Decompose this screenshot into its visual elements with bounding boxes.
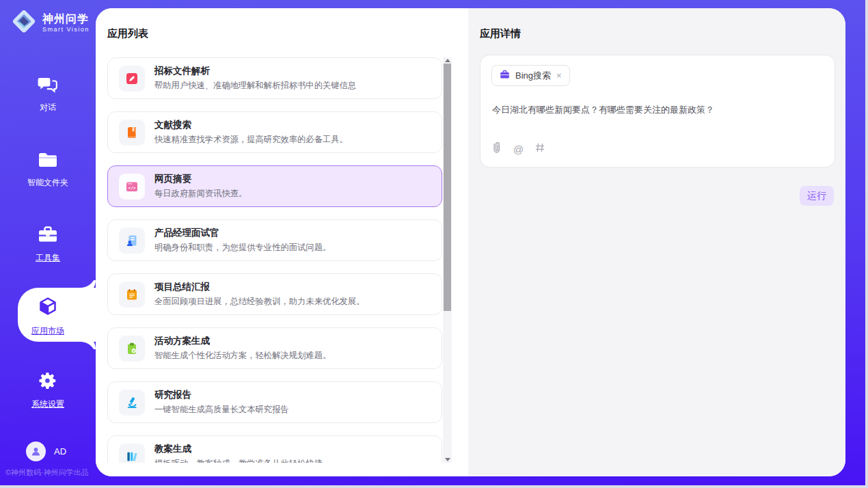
hash-icon[interactable] [535,143,545,155]
app-card-research-report[interactable]: 研究报告 一键智能生成高质量长文本研究报告 [107,381,442,423]
diamond-logo-icon [11,8,37,38]
close-icon[interactable]: × [556,71,562,80]
sidebar-item-label: 智能文件夹 [27,177,68,189]
sidebar-item-chat[interactable]: 对话 [0,74,96,113]
brand-name: 神州问学 [42,13,90,25]
sidebar-item-toolset[interactable]: 工具集 [0,224,96,264]
app-card-event-plan[interactable]: 活动方案生成 智能生成个性化活动方案，轻松解决规划难题。 [107,327,442,369]
gear-icon [38,370,58,394]
app-card-title: 文献搜索 [154,119,348,131]
app-card-web-summary[interactable]: </> 网页摘要 每日政府新闻资讯快查。 [107,165,442,207]
microscope-icon [119,390,145,416]
app-card-title: 活动方案生成 [154,335,331,347]
app-card-desc: 帮助用户快速、准确地理解和解析招标书中的关键信息 [154,80,356,92]
tool-tag-label: Bing搜索 [515,70,551,82]
sidebar: 神州问学 Smart Vision 对话 智能文件夹 [0,0,96,485]
brand-subtitle: Smart Vision [42,27,90,33]
sidebar-item-label: 对话 [40,102,56,113]
app-card-desc: 全面回顾项目进展，总结经验教训，助力未来优化发展。 [154,296,364,308]
app-card-project-summary[interactable]: 项目总结汇报 全面回顾项目进展，总结经验教训，助力未来优化发展。 [107,273,442,315]
copyright-text: ©神州数码·神州问学出品 [5,467,96,478]
app-card-desc: 每日政府新闻资讯快查。 [154,188,247,200]
mention-icon[interactable]: @ [513,144,524,155]
tool-tag-bing-search[interactable]: Bing搜索 × [491,65,570,86]
chat-icon [37,74,59,97]
app-detail-title: 应用详情 [480,27,521,40]
user-initials: AD [54,446,66,457]
sidebar-item-label: 工具集 [36,252,60,264]
folder-icon [37,150,59,172]
app-card-bid-parse[interactable]: 招标文件解析 帮助用户快速、准确地理解和解析招标书中的关键信息 [107,57,442,99]
cube-icon [37,296,59,321]
books-icon [119,444,145,463]
sidebar-item-label: 应用市场 [31,325,64,337]
toolbox-icon [37,224,59,247]
app-card-title: 项目总结汇报 [154,281,364,293]
app-frame: 神州问学 Smart Vision 对话 智能文件夹 [0,0,865,485]
app-card-desc: 明确身份和职责，为您提供专业性的面试问题。 [154,242,331,254]
interviewer-icon [119,228,145,254]
svg-text:</>: </> [128,185,136,190]
user-account[interactable]: AD [26,442,66,461]
main-content: 应用列表 招标文件解析 帮助用户快速、准确地理解和解析招标书中的关键信息 [96,8,845,476]
prompt-input[interactable]: 今日湖北有哪些新闻要点？有哪些需要关注的最新政策？ [492,103,821,117]
app-card-title: 教案生成 [154,443,323,455]
scroll-up-icon[interactable] [443,57,452,64]
app-card-pm-interviewer[interactable]: 产品经理面试官 明确身份和职责，为您提供专业性的面试问题。 [107,219,442,261]
app-card-title: 研究报告 [154,389,289,401]
app-card-title: 招标文件解析 [154,65,356,77]
clipboard-check-icon [119,336,145,362]
sidebar-item-app-market[interactable]: 应用市场 [0,296,96,337]
prompt-toolbar: @ [492,141,545,157]
briefcase-icon [500,70,510,82]
avatar [26,442,46,461]
webpage-code-icon: </> [119,174,145,200]
app-list-panel: 应用列表 招标文件解析 帮助用户快速、准确地理解和解析招标书中的关键信息 [96,8,468,476]
run-button[interactable]: 运行 [800,186,834,206]
app-detail-panel: 应用详情 Bing搜索 × 今日湖北有哪些新闻要点？有哪些需要关注的最新政策？ [468,8,845,476]
app-card-title: 产品经理面试官 [154,227,331,239]
app-card-lesson-plan[interactable]: 教案生成 模板驱动，教案秒成，教学准备从此轻松快捷 [107,435,442,463]
app-card-desc: 智能生成个性化活动方案，轻松解决规划难题。 [154,350,331,362]
app-card-literature-search[interactable]: 文献搜索 快速精准查找学术资源，提高研究效率的必备工具。 [107,111,442,153]
notepad-icon [119,282,145,308]
scrollbar-thumb[interactable] [444,64,451,311]
app-list-title: 应用列表 [107,27,148,40]
app-card-desc: 模板驱动，教案秒成，教学准备从此轻松快捷 [154,458,323,463]
sidebar-item-label: 系统设置 [31,398,64,410]
attachment-icon[interactable] [492,141,502,157]
sidebar-item-smart-folder[interactable]: 智能文件夹 [0,150,96,189]
app-card-list: 招标文件解析 帮助用户快速、准确地理解和解析招标书中的关键信息 文献搜索 [107,57,442,463]
scroll-down-icon[interactable] [443,457,452,463]
brand-logo: 神州问学 Smart Vision [11,8,90,38]
app-card-desc: 快速精准查找学术资源，提高研究效率的必备工具。 [154,134,348,146]
list-scrollbar[interactable] [443,57,452,463]
app-card-title: 网页摘要 [154,173,247,185]
prompt-card: Bing搜索 × 今日湖北有哪些新闻要点？有哪些需要关注的最新政策？ @ [480,55,835,167]
sidebar-item-settings[interactable]: 系统设置 [0,370,96,410]
literature-book-icon [119,120,145,146]
app-card-desc: 一键智能生成高质量长文本研究报告 [154,404,289,416]
bid-document-icon [119,66,145,92]
